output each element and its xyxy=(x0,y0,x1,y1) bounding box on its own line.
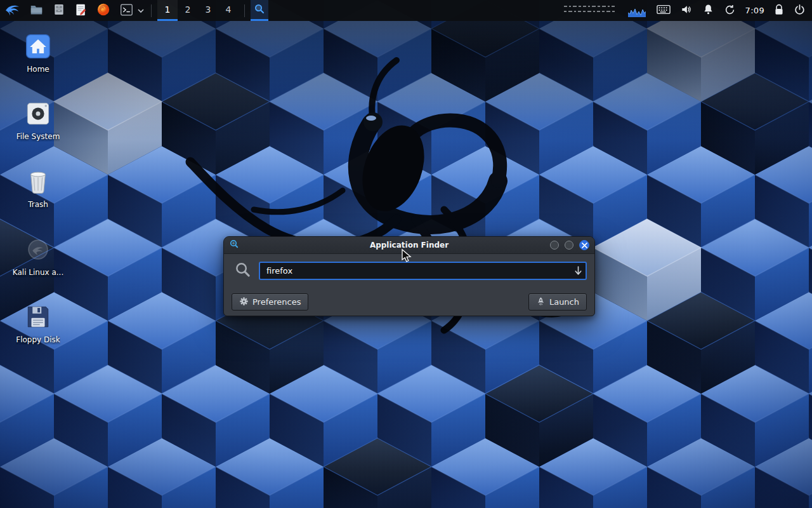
search-icon xyxy=(234,261,251,281)
cpu-graph-icon xyxy=(628,4,646,17)
desktop-shell: Home File System Trash Kali Linux a... F… xyxy=(0,0,812,508)
workspace-1-button[interactable]: 1 xyxy=(157,0,178,21)
titlebar[interactable]: Application Finder xyxy=(224,237,594,254)
desktop-icon-kali-linux[interactable]: Kali Linux a... xyxy=(10,236,66,277)
application-finder-taskbar-icon xyxy=(254,3,265,17)
bell-icon xyxy=(702,3,714,18)
firefox-icon xyxy=(96,3,110,18)
workspace-label: 1 xyxy=(165,4,171,15)
workspace-label: 3 xyxy=(206,4,211,15)
desktop-icon-label: Trash xyxy=(28,201,48,210)
logout-button[interactable] xyxy=(794,4,806,18)
terminal-dropdown-button[interactable] xyxy=(136,0,145,21)
workspace-label: 2 xyxy=(185,4,191,15)
preferences-button[interactable]: Preferences xyxy=(232,293,308,311)
workspace-3-button[interactable]: 3 xyxy=(198,0,218,21)
keyboard-icon xyxy=(657,4,671,17)
volume-icon xyxy=(680,3,693,18)
maximize-button[interactable] xyxy=(565,241,573,250)
keyboard-tray-button[interactable] xyxy=(657,4,671,17)
file-system-icon xyxy=(25,100,51,130)
volume-tray-button[interactable] xyxy=(680,3,693,18)
kali-menu-icon xyxy=(4,2,20,20)
close-icon xyxy=(582,243,587,248)
floppy-disk-icon xyxy=(25,304,51,333)
kali-menu-button[interactable] xyxy=(3,0,22,21)
top-panel: 1 2 3 4 xyxy=(0,0,812,21)
workspace-label: 4 xyxy=(226,4,232,15)
workspace-2-button[interactable]: 2 xyxy=(178,0,198,21)
search-input[interactable] xyxy=(259,262,587,280)
file-cabinet-icon xyxy=(53,3,65,18)
desktop-icon-label: Home xyxy=(27,65,49,74)
preferences-label: Preferences xyxy=(252,297,301,307)
search-field xyxy=(259,262,587,280)
text-editor-icon xyxy=(75,3,87,18)
desktop-icon-label: Kali Linux a... xyxy=(13,269,63,277)
application-finder-icon xyxy=(229,239,239,251)
window-title: Application Finder xyxy=(224,241,594,250)
terminal-launcher[interactable] xyxy=(119,0,134,21)
desktop-icon-home[interactable]: Home xyxy=(10,33,66,74)
home-icon xyxy=(24,33,52,62)
desktop-icon-label: File System xyxy=(16,133,60,142)
system-tray: 7:09 xyxy=(564,3,812,18)
history-dropdown-icon[interactable] xyxy=(574,266,582,278)
workspace-switcher: 1 2 3 4 xyxy=(157,0,239,21)
trash-icon xyxy=(26,167,50,197)
panel-separator xyxy=(151,4,152,17)
system-monitor-text xyxy=(564,3,619,18)
chevron-down-icon xyxy=(138,6,144,15)
finder-body: Preferences Launch xyxy=(224,254,594,316)
refresh-icon xyxy=(724,4,736,18)
clock[interactable]: 7:09 xyxy=(745,6,764,15)
desktop-icon-file-system[interactable]: File System xyxy=(10,100,66,142)
taskbar-application-finder[interactable] xyxy=(251,0,268,21)
power-icon xyxy=(794,4,806,18)
cpu-graph[interactable] xyxy=(628,4,647,18)
launch-icon xyxy=(536,297,546,308)
updates-tray-button[interactable] xyxy=(724,4,736,18)
lock-icon xyxy=(774,4,784,18)
panel-separator xyxy=(244,4,245,17)
firefox-launcher[interactable] xyxy=(95,0,112,21)
application-finder-window: Application Finder xyxy=(223,236,595,316)
minimize-button[interactable] xyxy=(550,241,559,250)
notifications-tray-button[interactable] xyxy=(702,3,714,18)
gear-icon xyxy=(239,297,249,308)
desktop-icon-floppy-disk[interactable]: Floppy Disk xyxy=(10,304,66,345)
file-manager-launcher[interactable] xyxy=(29,0,44,21)
files-launcher[interactable] xyxy=(51,0,67,21)
close-button[interactable] xyxy=(579,240,589,250)
desktop-icon-label: Floppy Disk xyxy=(16,336,60,345)
workspace-4-button[interactable]: 4 xyxy=(218,0,239,21)
desktop-icon-trash[interactable]: Trash xyxy=(10,167,66,210)
kali-docs-icon xyxy=(25,236,51,265)
launch-button[interactable]: Launch xyxy=(528,293,587,311)
terminal-icon xyxy=(120,3,133,18)
text-editor-launcher[interactable] xyxy=(74,0,88,21)
folder-icon xyxy=(30,3,43,18)
launch-label: Launch xyxy=(549,297,579,307)
lock-screen-button[interactable] xyxy=(774,4,784,18)
